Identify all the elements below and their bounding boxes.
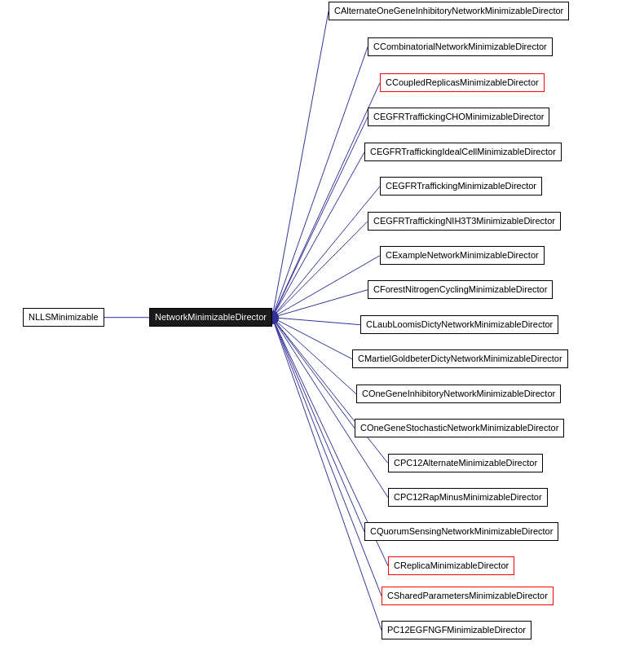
- svg-line-2: [272, 11, 329, 318]
- node-cexamplenetworkminimizabledirector[interactable]: CExampleNetworkMinimizableDirector: [380, 246, 545, 265]
- node-cegfrtraffickingminimizabledirector[interactable]: CEGFRTraffickingMinimizableDirector: [380, 177, 542, 196]
- node-cquorumsensingnetworkminimizabledirector[interactable]: CQuorumSensingNetworkMinimizableDirector: [364, 522, 558, 541]
- svg-line-6: [272, 152, 364, 318]
- svg-line-8: [272, 222, 368, 318]
- svg-line-5: [272, 117, 368, 318]
- node-pc12egfngfminimizabledirector[interactable]: PC12EGFNGFMinimizableDirector: [382, 621, 532, 639]
- node-csharedparametersminimizabledirector[interactable]: CSharedParametersMinimizableDirector: [382, 587, 554, 605]
- node-conegenestochasticnetworkminimizabledirector[interactable]: COneGeneStochasticNetworkMinimizableDire…: [355, 419, 564, 437]
- node-calternateonegeneinhibitorynetworkminimizabledirector[interactable]: CAlternateOneGeneInhibitoryNetworkMinimi…: [329, 2, 569, 20]
- svg-line-12: [272, 318, 352, 359]
- node-cegfrtraffickingnih3t3minimizabledirector[interactable]: CEGFRTraffickingNIH3T3MinimizableDirecto…: [368, 212, 561, 231]
- svg-line-16: [272, 318, 388, 498]
- node-claubloomisdictynetworkminimizabledirector[interactable]: CLaubLoomisDictyNetworkMinimizableDirect…: [360, 315, 558, 334]
- node-ccoupledreplicasminimizabledirector[interactable]: CCoupledReplicasMinimizableDirector: [380, 73, 545, 92]
- svg-line-11: [272, 318, 360, 325]
- node-cforestnitrogencyclingminimizabledirector[interactable]: CForestNitrogenCyclingMinimizableDirecto…: [368, 280, 553, 299]
- node-nllsminimizable[interactable]: NLLSMinimizable: [23, 308, 104, 327]
- node-cmartielgoldbeterdictynetworkminimizabledirector[interactable]: CMartielGoldbeterDictyNetworkMinimizable…: [352, 349, 568, 368]
- node-cegfrtraffickingchominimizabledirector[interactable]: CEGFRTraffickingCHOMinimizableDirector: [368, 108, 549, 126]
- svg-line-4: [272, 83, 380, 318]
- svg-line-10: [272, 290, 368, 318]
- diagram-container: CAlternateOneGeneInhibitoryNetworkMinimi…: [0, 0, 644, 646]
- node-creplicaminimizabledirector[interactable]: CReplicaMinimizableDirector: [388, 556, 514, 575]
- svg-line-13: [272, 318, 356, 394]
- node-cegfrtraffickingidealcellminimizabledirector[interactable]: CEGFRTraffickingIdealCellMinimizableDire…: [364, 143, 562, 161]
- svg-line-14: [272, 318, 355, 428]
- svg-line-17: [272, 318, 364, 532]
- node-cpc12rapminusminimizabledirector[interactable]: CPC12RapMinusMinimizableDirector: [388, 488, 548, 507]
- node-ccombinatorialnetworkminimizabledirector[interactable]: CCombinatorialNetworkMinimizableDirector: [368, 37, 553, 56]
- node-conegeneinhibitorynetworkminimizabledirector[interactable]: COneGeneInhibitoryNetworkMinimizableDire…: [356, 385, 561, 403]
- svg-line-9: [272, 256, 380, 318]
- node-cpc12alternateminimizabledirector[interactable]: CPC12AlternateMinimizableDirector: [388, 454, 543, 472]
- svg-line-3: [272, 47, 368, 318]
- svg-line-7: [272, 187, 380, 318]
- node-networkminimizabledirector[interactable]: NetworkMinimizableDirector: [149, 308, 272, 327]
